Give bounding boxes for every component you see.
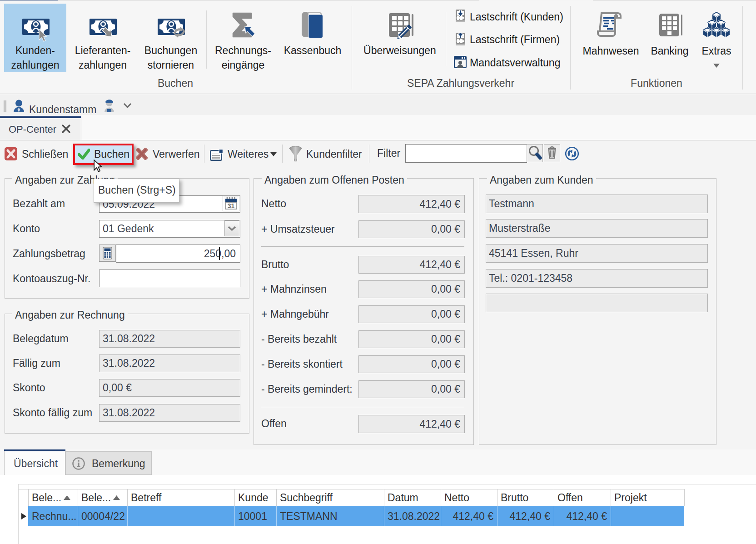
svg-text:31: 31 xyxy=(228,202,235,210)
